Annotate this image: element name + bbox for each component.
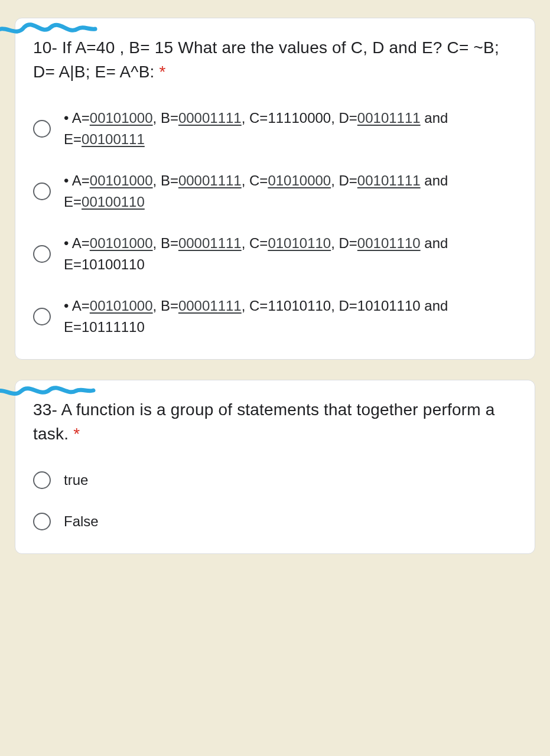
- question-prompt: 10- If A=40 , B= 15 What are the values …: [33, 36, 517, 84]
- radio-option[interactable]: • A=00101000, B=00001111, C=01010110, D=…: [33, 233, 517, 275]
- radio-icon: [33, 513, 51, 530]
- radio-icon: [33, 308, 51, 325]
- required-asterisk: *: [73, 425, 80, 443]
- radio-option[interactable]: False: [33, 511, 517, 532]
- radio-option[interactable]: • A=00101000, B=00001111, C=11010110, D=…: [33, 295, 517, 338]
- question-prompt: 33- A function is a group of statements …: [33, 398, 517, 446]
- question-card: 33- A function is a group of statements …: [15, 380, 535, 554]
- radio-icon: [33, 120, 51, 138]
- option-text: • A=00101000, B=00001111, C=01010000, D=…: [64, 170, 517, 213]
- required-asterisk: *: [160, 63, 166, 81]
- option-text: true: [64, 470, 88, 491]
- option-text: • A=00101000, B=00001111, C=01010110, D=…: [64, 233, 517, 275]
- option-text: • A=00101000, B=00001111, C=11110000, D=…: [64, 107, 517, 150]
- radio-option[interactable]: • A=00101000, B=00001111, C=01010000, D=…: [33, 170, 517, 213]
- question-prompt-text: 33- A function is a group of statements …: [33, 400, 495, 443]
- radio-option[interactable]: true: [33, 470, 517, 491]
- option-text: False: [64, 511, 99, 532]
- question-card: 10- If A=40 , B= 15 What are the values …: [15, 18, 535, 360]
- question-prompt-text: 10- If A=40 , B= 15 What are the values …: [33, 38, 499, 81]
- radio-icon: [33, 183, 51, 200]
- radio-option[interactable]: • A=00101000, B=00001111, C=11110000, D=…: [33, 107, 517, 150]
- radio-icon: [33, 245, 51, 263]
- option-text: • A=00101000, B=00001111, C=11010110, D=…: [64, 295, 517, 338]
- radio-icon: [33, 471, 51, 489]
